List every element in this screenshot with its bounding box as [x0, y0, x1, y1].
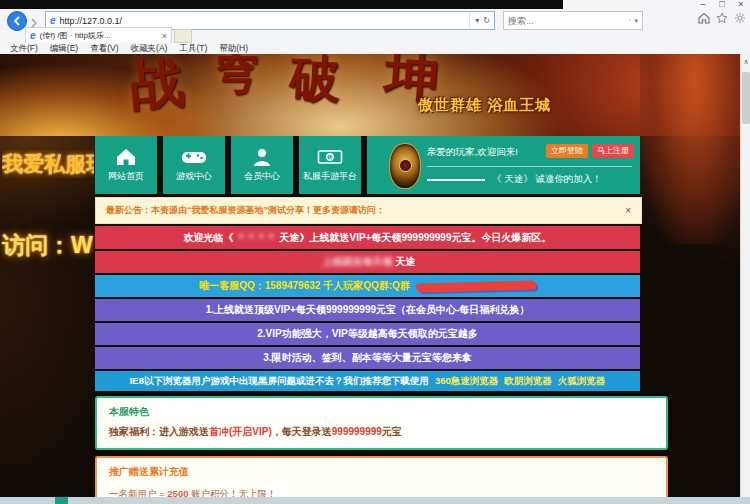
menu-view[interactable]: 查看(V) [85, 42, 123, 54]
refresh-icon[interactable]: ↻ [483, 16, 490, 25]
nav-label: 游戏中心 [176, 170, 212, 183]
qq-contact-banner: 唯一客服QQ：1589479632 千人玩家QQ群:Q群 [95, 275, 640, 297]
tab-row: e (传f) /图 · http娱乐... × [0, 27, 750, 42]
search-icon[interactable] [629, 16, 631, 25]
bottom-strip [0, 497, 750, 504]
feature-highlight: 999999999 [332, 426, 382, 437]
home-icon [115, 147, 137, 167]
welcome-text: 亲爱的玩家,欢迎回来! [427, 146, 518, 159]
nav-label: 会员中心 [244, 170, 280, 183]
menu-favorites[interactable]: 收藏夹(A) [126, 42, 173, 54]
bottom-teal-fragment [55, 497, 68, 504]
titlebar-shade [0, 0, 563, 9]
home-icon[interactable] [698, 12, 710, 24]
info-banner-1: 1.上线就送顶级VIP+每天领999999999元宝（在会员中心-每日福利兑换） [95, 299, 640, 321]
watermark-url-text: 访问：W [2, 230, 93, 261]
redacted-banner-text: 上线就送每天领 [323, 255, 393, 269]
close-window-button[interactable]: × [733, 0, 749, 9]
account-panel: 亲爱的玩家,欢迎回来! 立即登陆 马上注册 《 天途》 诚邀你的加入！ [367, 136, 640, 194]
lion-logo [389, 143, 421, 189]
menu-bar: 文件(F) 编辑(E) 查看(V) 收藏夹(A) 工具(T) 帮助(H) [0, 42, 253, 54]
redacted-text-bar [427, 179, 485, 181]
browser-download-link[interactable]: 欧朋浏览器 [504, 375, 552, 388]
scrollbar-thumb[interactable] [742, 72, 750, 124]
announcement-bar: 最新公告：本资源由“我爱私服资源基地”测试分享！更多资源请访问： × [95, 197, 642, 224]
banner-text: 1.上线就送顶级VIP+每天领999999999元宝（在会员中心-每日福利兑换） [206, 303, 530, 317]
search-dropdown-icon[interactable]: ▾ [634, 17, 642, 25]
announcement-text: 最新公告：本资源由“我爱私服资源基地”测试分享！更多资源请访问： [96, 204, 625, 217]
info-banner-2: 2.VIP功能强大，VIP等级越高每天领取的元宝越多 [95, 323, 640, 345]
second-red-banner: 上线就送每天领 天途 [95, 251, 640, 273]
browser-tab[interactable]: e (传f) /图 · http娱乐... × [25, 27, 172, 43]
nav-home[interactable]: 网站首页 [95, 136, 157, 194]
hero-calligraphy-char: 穹 [215, 54, 259, 103]
hero-calligraphy-char: 破 [289, 54, 341, 114]
server-feature-box: 本服特色 独家福利：进入游戏送首冲(开启VIP)，每天登录送999999999元… [95, 396, 668, 450]
banner-text: 欢迎光临《 [183, 231, 233, 245]
tab-favicon: e [26, 30, 40, 41]
promo-title: 推广赠送累计充值 [109, 465, 654, 479]
hero-subtitle: 傲世群雄 浴血王城 [418, 96, 551, 115]
menu-edit[interactable]: 编辑(E) [45, 42, 83, 54]
nav-member-center[interactable]: 会员中心 [231, 136, 293, 194]
welcome-red-banner: 欢迎光临《 ＊＊＊＊ 天途》上线就送VIP+每天领999999999元宝。今日火… [95, 226, 640, 249]
maximize-button[interactable]: □ [714, 0, 730, 9]
hero-calligraphy-char: 战 [127, 54, 187, 123]
feature-highlight: 首冲(开启VIP) [209, 426, 272, 437]
login-button[interactable]: 立即登陆 [546, 144, 588, 158]
nav-platform[interactable]: 0 私服手游平台 [299, 136, 361, 194]
feature-text: 元宝 [382, 426, 402, 437]
browser-chrome: – □ × e ▾ ↻ ▾ [0, 0, 750, 55]
user-icon [252, 147, 272, 167]
browser-download-link[interactable]: 360急速浏览器 [435, 375, 498, 388]
feature-text: ，每天登录送 [272, 426, 332, 437]
close-notice-icon[interactable]: × [625, 205, 641, 216]
join-text: 《 天途》 诚邀你的加入！ [492, 173, 602, 186]
browser-action-icons [698, 11, 750, 24]
info-banner-3: 3.限时活动、签到、副本等等大量元宝等您来拿 [95, 347, 640, 369]
url-input[interactable] [60, 14, 470, 27]
feature-line: 独家福利：进入游戏送首冲(开启VIP)，每天登录送999999999元宝 [109, 425, 654, 439]
nav-label: 网站首页 [108, 170, 144, 183]
banner-text: 天途 [396, 255, 416, 269]
favorites-star-icon[interactable] [716, 12, 728, 24]
scroll-up-arrow[interactable]: ∧ [741, 58, 750, 66]
nav-game-center[interactable]: 游戏中心 [163, 136, 225, 194]
menu-help[interactable]: 帮助(H) [214, 42, 253, 54]
warrior-artwork [640, 54, 740, 244]
main-nav: 网站首页 游戏中心 会员中心 0 私服手游平台 亲爱的玩家,欢迎回来! 立即登陆… [95, 136, 640, 194]
gamepad-icon [181, 147, 207, 167]
scribble-redaction [416, 280, 536, 292]
page-favicon: e [46, 15, 60, 26]
banknote-icon: 0 [317, 147, 343, 167]
settings-gear-icon[interactable] [734, 12, 746, 24]
page-scrollbar[interactable]: ∧ [740, 54, 750, 504]
menu-file[interactable]: 文件(F) [5, 42, 43, 54]
hero-banner: 战 穹 破 坤 傲世群雄 浴血王城 [0, 54, 740, 136]
watermark-text: 我爱私服玩 [2, 150, 94, 178]
tab-title: (传f) /图 · http娱乐... [40, 30, 158, 41]
menu-tools[interactable]: 工具(T) [174, 42, 212, 54]
feature-text: 独家福利：进入游戏送 [109, 426, 209, 437]
redacted-game-name: ＊＊＊＊ [236, 231, 276, 245]
minimize-button[interactable]: – [695, 0, 711, 9]
search-input[interactable] [504, 16, 629, 26]
feature-title: 本服特色 [109, 405, 654, 419]
banner-text: 3.限时活动、签到、副本等等大量元宝等您来拿 [263, 351, 471, 365]
tab-close-icon[interactable]: × [158, 31, 171, 41]
banner-text: 天途》上线就送VIP+每天领999999999元宝。今日火爆新区。 [279, 231, 551, 245]
back-arrow-icon [12, 16, 22, 26]
register-button[interactable]: 马上注册 [592, 144, 634, 158]
forward-button[interactable] [29, 14, 41, 26]
browser-download-link[interactable]: 火狐浏览器 [558, 375, 606, 388]
qq-text: 唯一客服QQ：1589479632 千人玩家QQ群:Q群 [199, 279, 410, 293]
divider [427, 166, 632, 167]
browser-window: – □ × e ▾ ↻ ▾ [0, 0, 750, 504]
banner-text: 2.VIP功能强大，VIP等级越高每天领取的元宝越多 [257, 327, 478, 341]
url-dropdown-icon[interactable]: ▾ [475, 16, 479, 25]
join-row: 《 天途》 诚邀你的加入！ [427, 173, 602, 186]
nav-label: 私服手游平台 [303, 170, 357, 183]
browser-recommend-banner: IE8以下浏览器用户游戏中出现黑屏问题或进不去？我们推荐您下载使用 360急速浏… [95, 371, 640, 391]
svg-text:0: 0 [329, 153, 333, 160]
new-tab-button[interactable] [174, 29, 192, 43]
